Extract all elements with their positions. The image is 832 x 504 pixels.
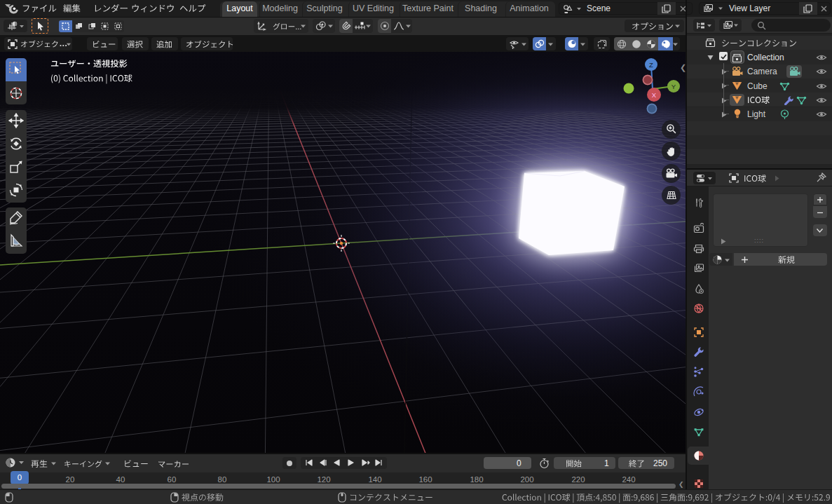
svg-text:Z: Z <box>649 61 653 69</box>
svg-text:Y: Y <box>671 83 676 90</box>
svg-text:X: X <box>652 91 657 99</box>
